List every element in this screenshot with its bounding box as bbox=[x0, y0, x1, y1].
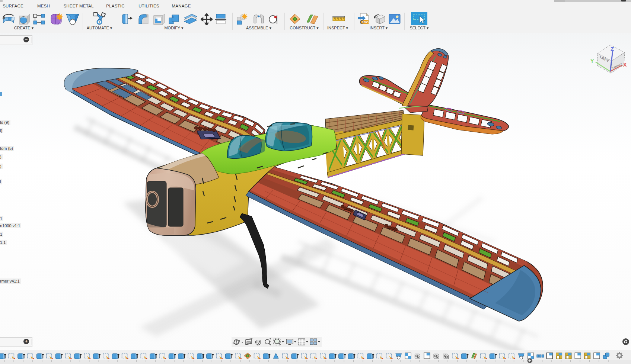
svg-text:Y: Y bbox=[590, 58, 594, 64]
svg-text:X: X bbox=[623, 62, 627, 68]
svg-text:Z: Z bbox=[611, 46, 614, 52]
